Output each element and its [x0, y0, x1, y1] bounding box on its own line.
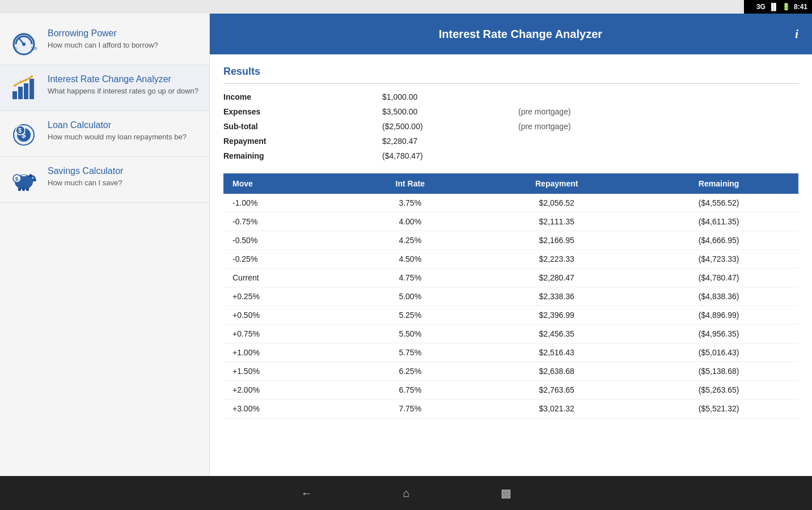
content-header-title: Interest Rate Change Analyzer [246, 28, 795, 41]
signal-bars: ▐▌ [769, 3, 779, 11]
col-int-rate: Int Rate [346, 173, 474, 194]
bottom-nav: ← ⌂ ▩ [0, 476, 812, 510]
cell-move: -0.25% [223, 250, 346, 269]
back-button[interactable]: ← [301, 487, 312, 500]
col-move: Move [223, 173, 346, 194]
col-repayment: Repayment [474, 173, 639, 194]
sidebar-title-loan-calculator: Loan Calculator [48, 120, 187, 130]
svg-rect-7 [24, 83, 28, 99]
cell-intRate: 6.25% [346, 362, 474, 381]
signal-icon: 3G [756, 3, 766, 11]
cell-intRate: 5.50% [346, 325, 474, 343]
svg-point-22 [33, 179, 36, 181]
svg-rect-25 [22, 175, 26, 176]
cell-move: +0.50% [223, 306, 346, 325]
content-area: Interest Rate Change Analyzer i Results … [210, 14, 812, 476]
sidebar-text-interest-rate: Interest Rate Change Analyzer What happe… [48, 73, 198, 96]
sidebar-item-savings-calculator[interactable]: $ Savings Calculator How much can I save… [0, 157, 209, 203]
sidebar-subtitle-borrowing-power: How much can I afford to borrow? [48, 41, 158, 50]
income-label: Income [223, 91, 382, 103]
expenses-value: $3,500.00 [382, 105, 496, 118]
svg-point-12 [31, 75, 33, 78]
sidebar-item-interest-rate[interactable]: Interest Rate Change Analyzer What happe… [0, 65, 209, 111]
cell-intRate: 5.75% [346, 343, 474, 362]
table-row: -0.25%4.50%$2,223.33($4,723.33) [223, 250, 798, 269]
cell-move: -0.50% [223, 231, 346, 250]
svg-point-20 [29, 175, 32, 177]
cell-move: +2.00% [223, 381, 346, 400]
piggy-icon: $ [9, 165, 39, 194]
sidebar-text-savings-calculator: Savings Calculator How much can I save? [48, 165, 123, 188]
coin-icon: $ $ [9, 119, 39, 148]
repayment-value: $2,280.47 [382, 135, 496, 147]
sidebar-subtitle-loan-calculator: How much would my loan repayments be? [48, 133, 187, 142]
content-header: Interest Rate Change Analyzer i [210, 14, 812, 54]
svg-point-9 [14, 84, 16, 87]
cell-move: +1.50% [223, 362, 346, 381]
svg-point-23 [33, 180, 34, 180]
cell-intRate: 4.00% [346, 212, 474, 231]
sidebar-text-borrowing-power: Borrowing Power How much can I afford to… [48, 27, 158, 50]
cell-move: -1.00% [223, 194, 346, 212]
subtotal-note: (pre mortgage) [496, 120, 798, 133]
table-body: -1.00%3.75%$2,056.52($4,556.52)-0.75%4.0… [223, 194, 798, 418]
expenses-note: (pre mortgage) [496, 105, 798, 118]
clock: 8:41 [794, 3, 807, 11]
remaining-note [496, 150, 798, 162]
svg-text:100: 100 [31, 46, 37, 50]
cell-remaining: ($5,263.65) [639, 381, 798, 400]
cell-repayment: $2,516.43 [474, 343, 639, 362]
income-note [496, 91, 798, 103]
sidebar-title-interest-rate: Interest Rate Change Analyzer [48, 74, 198, 84]
table-row: -1.00%3.75%$2,056.52($4,556.52) [223, 194, 798, 212]
svg-rect-28 [26, 188, 29, 191]
sidebar-text-loan-calculator: Loan Calculator How much would my loan r… [48, 119, 187, 142]
remaining-value: ($4,780.47) [382, 150, 496, 162]
cell-intRate: 6.75% [346, 381, 474, 400]
sidebar-item-loan-calculator[interactable]: $ $ Loan Calculator How much would my lo… [0, 111, 209, 157]
table-row: Current4.75%$2,280.47($4,780.47) [223, 269, 798, 287]
table-row: -0.75%4.00%$2,111.35($4,611.35) [223, 212, 798, 231]
cell-intRate: 7.75% [346, 400, 474, 418]
cell-remaining: ($4,838.36) [639, 287, 798, 306]
svg-point-24 [35, 180, 35, 180]
sidebar-title-savings-calculator: Savings Calculator [48, 166, 123, 176]
svg-rect-6 [18, 87, 23, 99]
table-row: -0.50%4.25%$2,166.95($4,666.95) [223, 231, 798, 250]
table-row: +2.00%6.75%$2,763.65($5,263.65) [223, 381, 798, 400]
cell-repayment: $2,111.35 [474, 212, 639, 231]
subtotal-label: Sub-total [223, 120, 382, 133]
income-value: $1,000.00 [382, 91, 496, 103]
svg-rect-26 [18, 188, 21, 191]
data-table: Move Int Rate Repayment Remaining -1.00%… [223, 173, 798, 418]
cell-remaining: ($4,611.35) [639, 212, 798, 231]
expenses-label: Expenses [223, 105, 382, 118]
svg-point-11 [25, 79, 27, 81]
sidebar-item-borrowing-power[interactable]: 0 100 Borrowing Power How much can I aff… [0, 19, 209, 65]
home-button[interactable]: ⌂ [403, 487, 409, 500]
svg-point-2 [22, 42, 26, 46]
cell-move: -0.75% [223, 212, 346, 231]
info-icon[interactable]: i [795, 27, 798, 41]
table-row: +1.00%5.75%$2,516.43($5,016.43) [223, 343, 798, 362]
cell-repayment: $2,638.68 [474, 362, 639, 381]
svg-text:0: 0 [15, 46, 17, 50]
svg-point-21 [32, 177, 33, 178]
cell-intRate: 4.50% [346, 250, 474, 269]
cell-intRate: 4.25% [346, 231, 474, 250]
cell-move: Current [223, 269, 346, 287]
chart-icon [9, 73, 39, 103]
repayment-label: Repayment [223, 135, 382, 147]
cell-repayment: $2,396.99 [474, 306, 639, 325]
recent-button[interactable]: ▩ [501, 486, 511, 500]
cell-intRate: 5.00% [346, 287, 474, 306]
svg-text:$: $ [18, 127, 22, 134]
sidebar-subtitle-interest-rate: What happens if interest rates go up or … [48, 87, 198, 96]
table-row: +0.25%5.00%$2,338.36($4,838.36) [223, 287, 798, 306]
sidebar-subtitle-savings-calculator: How much can I save? [48, 178, 123, 188]
summary-grid: Income $1,000.00 Expenses $3,500.00 (pre… [223, 91, 798, 162]
svg-rect-27 [22, 188, 25, 191]
cell-remaining: ($4,780.47) [639, 269, 798, 287]
col-remaining: Remaining [639, 173, 798, 194]
cell-move: +1.00% [223, 343, 346, 362]
